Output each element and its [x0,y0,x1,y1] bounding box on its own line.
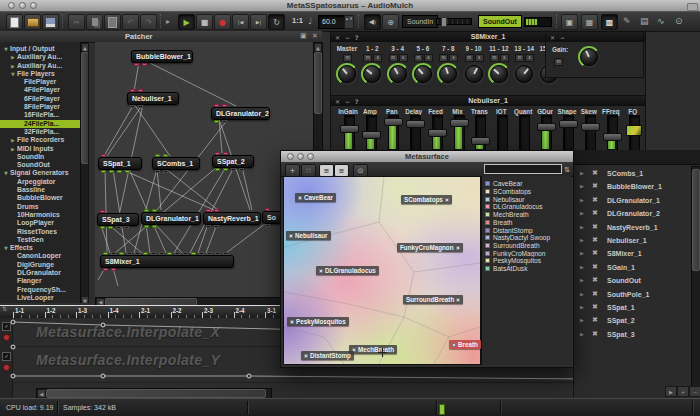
snapshot-marker-icon[interactable] [289,234,293,238]
solo-button[interactable]: s [449,54,458,62]
panel-close-icon[interactable]: ✕ [335,97,340,107]
expand-icon[interactable]: ▶ [580,261,584,274]
snapshot-marker-icon[interactable] [445,198,449,202]
gain-mute-button[interactable]: m [554,58,563,66]
surface-label-cavebear[interactable]: CaveBear [295,193,336,202]
bypass-icon[interactable]: ✖ [592,288,598,301]
bypass-icon[interactable]: ✖ [592,167,598,180]
mute-button[interactable]: m [515,54,524,62]
contraption-row-dlgranulator-1[interactable]: ▶✖DLGranulator_1 [574,194,700,207]
bypass-icon[interactable]: ✖ [592,247,598,260]
bypass-icon[interactable]: ✖ [592,314,598,327]
breakpoint[interactable] [11,374,15,378]
contraption-row-bubbleblower-1[interactable]: ▶✖BubbleBlower_1 [574,180,700,193]
surface-label-distantstomp[interactable]: DistantStomp [301,351,354,360]
contraption-row-southpole-1[interactable]: ▶✖SouthPole_1 [574,288,700,301]
contraption-row-sspat-1[interactable]: ▶✖SSpat_1 [574,301,700,314]
solo-button[interactable]: s [500,54,509,62]
fit-button[interactable]: ▶ [665,386,677,397]
snapshot-item-mechbreath[interactable]: MechBreath [485,211,569,219]
bypass-icon[interactable]: ✖ [592,234,598,247]
panel-minimize-icon[interactable]: − [345,97,350,107]
snapshot-marker-icon[interactable] [290,320,294,324]
bypass-icon[interactable]: ✖ [592,274,598,287]
bypass-icon[interactable]: ✖ [592,301,598,314]
contraption-row-sspat-3[interactable]: ▶✖SSpat_3 [574,328,700,341]
contraption-row-s8mixer-1[interactable]: ▶✖S8Mixer_1 [574,247,700,260]
expand-icon[interactable]: ▶ [580,247,584,260]
snapshot-item-batsatdusk[interactable]: BatsAtDusk [485,265,569,273]
snapshot-marker-icon[interactable] [298,196,302,200]
surface-label-nebulisaur[interactable]: Nebulisaur [286,231,331,240]
breakpoint[interactable] [247,374,251,378]
sort-icon[interactable]: ⇅ [564,166,570,174]
automation-hscroll-thumb[interactable] [46,389,266,398]
snapshot-search-input[interactable] [484,164,562,174]
expand-icon[interactable]: ▶ [580,274,584,287]
contraptions-scroll-thumb[interactable] [692,169,700,271]
mixer-knob[interactable] [412,63,434,85]
surface-label-scombatops[interactable]: SCombatops [401,195,452,204]
panel-help-icon[interactable]: ? [355,97,358,107]
surface-label-surroundbreath[interactable]: SurroundBreath [403,295,463,304]
contraptions-scrollbar[interactable] [691,166,700,390]
scroll-left-icon[interactable]: ◀ [37,389,46,398]
param-slider-handle[interactable] [340,125,359,133]
zoom-out-button[interactable]: − [689,386,700,397]
contraption-row-nebuliser-1[interactable]: ▶✖Nebuliser_1 [574,234,700,247]
mute-button[interactable]: m [439,54,448,62]
snapshot-item-distantstomp[interactable]: DistantStomp [485,226,569,234]
surface-label-dlgranuladocus[interactable]: DLGranuladocus [316,266,379,275]
snapshot-item-surroundbreath[interactable]: SurroundBreath [485,242,569,250]
snapshot-marker-icon[interactable] [456,298,460,302]
expand-icon[interactable]: ▶ [580,167,584,180]
param-slider-handle[interactable] [581,123,600,131]
param-slider-handle[interactable] [559,120,578,128]
expand-icon[interactable]: ▶ [580,221,584,234]
mixer-knob[interactable] [513,63,535,85]
mute-button[interactable]: m [465,54,474,62]
bypass-icon[interactable]: ✖ [592,328,598,341]
surface-label-mechbreath[interactable]: MechBreath [349,345,397,354]
gain-knob[interactable] [578,46,600,68]
mixer-knob[interactable] [387,63,409,85]
bypass-icon[interactable]: ✖ [592,207,598,220]
snapshot-marker-icon[interactable] [304,354,308,358]
mute-button[interactable]: m [490,54,499,62]
snapshot-item-funkycromagnon[interactable]: FunkyCroMagnon [485,249,569,257]
surface-label-breath[interactable]: Breath [449,340,481,349]
mixer-knob[interactable] [336,63,358,85]
solo-button[interactable]: s [475,54,484,62]
solo-button[interactable]: s [373,54,382,62]
surface-label-peskymosquitos[interactable]: PeskyMosquitos [287,317,349,326]
contraption-row-dlgranulator-2[interactable]: ▶✖DLGranulator_2 [574,207,700,220]
breakpoint[interactable] [101,323,105,327]
expand-icon[interactable]: ▶ [580,328,584,341]
mixer-knob[interactable] [437,63,459,85]
panel-minimize-icon[interactable]: − [560,33,565,43]
snapshot-marker-icon[interactable] [452,343,456,347]
fq-pad[interactable] [626,125,642,136]
solo-button[interactable]: s [424,54,433,62]
snapshot-item-cavebear[interactable]: CaveBear [485,180,569,188]
param-slider-handle[interactable] [450,119,469,127]
param-slider-track[interactable] [497,115,508,151]
breakpoint[interactable] [11,320,15,324]
snapshot-item-nastydactyl-swoop[interactable]: NastyDactyl Swoop [485,234,569,242]
zoom-in-button[interactable]: + [677,386,689,397]
snapshot-item-dlgranuladocus[interactable]: DLGranuladocus [485,203,569,211]
mute-button[interactable]: m [343,54,352,62]
param-slider-track[interactable] [519,115,530,151]
param-slider-handle[interactable] [362,131,381,139]
param-slider-track[interactable] [585,115,596,151]
metasurface-pad[interactable] [283,176,481,365]
mute-button[interactable]: m [414,54,423,62]
expand-icon[interactable]: ▶ [580,234,584,247]
mixer-knob[interactable] [488,63,510,85]
panel-close-icon[interactable]: ✕ [335,33,340,43]
contraption-row-sgain-1[interactable]: ▶✖SGain_1 [574,261,700,274]
nebuliser-panel-header[interactable]: ✕ − ? Nebuliser_1 [331,96,645,106]
param-slider-handle[interactable] [471,137,490,145]
snapshot-marker-icon[interactable] [319,269,323,273]
panel-minimize-icon[interactable]: − [345,33,350,43]
